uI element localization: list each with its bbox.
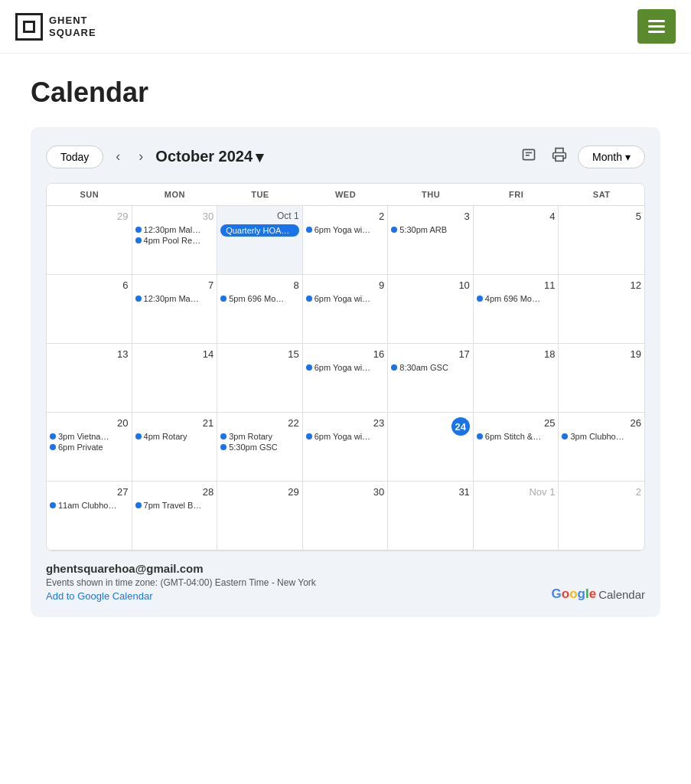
cal-cell-sun-6[interactable]: 6 xyxy=(47,275,132,344)
cal-cell-thu-3[interactable]: 3 5:30pm ARB xyxy=(388,206,474,275)
event-dot xyxy=(135,296,142,302)
cal-cell-sat-5[interactable]: 5 xyxy=(559,206,644,275)
calendar-container: Today ‹ › October 2024 ▾ xyxy=(31,127,660,617)
event-text: 6pm Yoga wi… xyxy=(315,294,370,303)
calendar-toolbar: Today ‹ › October 2024 ▾ xyxy=(46,142,645,171)
logo-icon xyxy=(15,13,43,41)
cal-cell-thu-31[interactable]: 31 xyxy=(388,482,474,550)
event-12-30pm-mal[interactable]: 12:30pm Mal… xyxy=(135,225,214,234)
cal-cell-fri-nov1[interactable]: Nov 1 xyxy=(474,482,559,550)
event-6pm-yoga-9[interactable]: 6pm Yoga wi… xyxy=(306,294,385,303)
date-label: Oct 1 xyxy=(220,211,299,221)
event-dot xyxy=(220,296,227,302)
day-header-fri: FRI xyxy=(474,184,559,206)
event-text: 3pm Rotary xyxy=(229,432,272,441)
event-5pm-696mo[interactable]: 5pm 696 Mo… xyxy=(220,294,299,303)
event-6pm-private[interactable]: 6pm Private xyxy=(50,443,129,452)
cal-cell-wed-30[interactable]: 30 xyxy=(303,482,389,550)
cal-cell-sat-19[interactable]: 19 xyxy=(559,344,644,413)
today-date: 24 xyxy=(451,417,470,436)
date-label: 29 xyxy=(50,211,129,222)
date-label: 12 xyxy=(562,279,641,291)
date-label: 29 xyxy=(220,486,299,498)
calendar-grid: SUN MON TUE WED THU FRI SAT 29 30 xyxy=(46,183,645,551)
cal-cell-wed-23[interactable]: 23 6pm Yoga wi… xyxy=(303,413,389,482)
cal-cell-thu-24[interactable]: 24 xyxy=(388,413,474,482)
event-3pm-clubho-26[interactable]: 3pm Clubho… xyxy=(562,432,641,441)
cal-cell-fri-18[interactable]: 18 xyxy=(474,344,559,413)
cal-cell-sat-26[interactable]: 26 3pm Clubho… xyxy=(559,413,644,482)
date-label: 6 xyxy=(50,279,129,291)
print-icon-button[interactable] xyxy=(547,142,572,171)
event-5-30pm-arb[interactable]: 5:30pm ARB xyxy=(391,225,470,234)
calendar-header-row: SUN MON TUE WED THU FRI SAT xyxy=(47,184,644,206)
cal-cell-sat-12[interactable]: 12 xyxy=(559,275,644,344)
event-text: 5:30pm GSC xyxy=(229,443,278,452)
day-header-thu: THU xyxy=(388,184,474,206)
event-3pm-rotary-22[interactable]: 3pm Rotary xyxy=(220,432,299,441)
cal-cell-fri-11[interactable]: 11 4pm 696 Mo… xyxy=(474,275,559,344)
footer-email: ghentsquarehoa@gmail.com xyxy=(46,562,316,575)
event-text: 8:30am GSC xyxy=(399,363,448,372)
date-label: 21 xyxy=(135,417,214,429)
event-6pm-yoga[interactable]: 6pm Yoga wi… xyxy=(306,225,385,234)
event-6pm-yoga-16[interactable]: 6pm Yoga wi… xyxy=(306,363,385,372)
event-list-icon-button[interactable] xyxy=(517,142,541,171)
view-selector-button[interactable]: Month ▾ xyxy=(578,145,645,168)
cal-cell-sun-13[interactable]: 13 xyxy=(47,344,132,413)
prev-button[interactable]: ‹ xyxy=(109,145,126,168)
month-year-label: October 2024 xyxy=(155,148,253,165)
menu-button[interactable] xyxy=(637,9,676,44)
cal-cell-tue-8[interactable]: 8 5pm 696 Mo… xyxy=(217,275,303,344)
cal-cell-sun-20[interactable]: 20 3pm Vietna… 6pm Private xyxy=(47,413,132,482)
cal-cell-sun-29[interactable]: 29 xyxy=(47,206,132,275)
cal-cell-wed-9[interactable]: 9 6pm Yoga wi… xyxy=(303,275,389,344)
cal-cell-wed-16[interactable]: 16 6pm Yoga wi… xyxy=(303,344,389,413)
event-dot xyxy=(391,364,397,371)
event-7pm-travel-28[interactable]: 7pm Travel B… xyxy=(135,501,214,510)
next-button[interactable]: › xyxy=(132,145,149,168)
cal-cell-tue-oct1[interactable]: Oct 1 Quarterly HOA… xyxy=(217,206,303,275)
event-6pm-stitch-25[interactable]: 6pm Stitch &… xyxy=(477,432,556,441)
cal-cell-mon-21[interactable]: 21 4pm Rotary xyxy=(132,413,218,482)
svg-rect-3 xyxy=(556,156,563,162)
event-4pm-pool[interactable]: 4pm Pool Re… xyxy=(135,236,214,245)
cal-cell-fri-4[interactable]: 4 xyxy=(474,206,559,275)
cal-cell-fri-25[interactable]: 25 6pm Stitch &… xyxy=(474,413,559,482)
view-dropdown-arrow: ▾ xyxy=(625,151,631,163)
cal-cell-wed-2[interactable]: 2 6pm Yoga wi… xyxy=(303,206,389,275)
event-text: 3pm Vietna… xyxy=(58,432,109,441)
date-label: 18 xyxy=(477,348,556,360)
cal-cell-tue-15[interactable]: 15 xyxy=(217,344,303,413)
cal-cell-thu-17[interactable]: 17 8:30am GSC xyxy=(388,344,474,413)
event-11am-clubho-27[interactable]: 11am Clubho… xyxy=(50,501,129,510)
logo-line2: SQUARE xyxy=(49,27,96,38)
cal-cell-sun-27[interactable]: 27 11am Clubho… xyxy=(47,482,132,550)
cal-cell-mon-28[interactable]: 28 7pm Travel B… xyxy=(132,482,218,550)
event-12-30pm-mon7[interactable]: 12:30pm Ma… xyxy=(135,294,214,303)
date-label: 4 xyxy=(477,211,556,222)
add-to-google-calendar-link[interactable]: Add to Google Calendar xyxy=(46,590,152,602)
cal-cell-mon-7[interactable]: 7 12:30pm Ma… xyxy=(132,275,218,344)
today-button[interactable]: Today xyxy=(46,145,103,168)
google-g-red2: e xyxy=(589,586,596,601)
event-5-30pm-gsc-22[interactable]: 5:30pm GSC xyxy=(220,443,299,452)
event-dot xyxy=(135,433,142,439)
event-quarterly-hoa[interactable]: Quarterly HOA… xyxy=(220,224,299,237)
event-text: 6pm Yoga wi… xyxy=(315,432,370,441)
month-year-dropdown[interactable]: ▾ xyxy=(256,148,263,166)
event-text: 3pm Clubho… xyxy=(570,432,624,441)
event-4pm-696mo-11[interactable]: 4pm 696 Mo… xyxy=(477,294,556,303)
event-8-30am-gsc-17[interactable]: 8:30am GSC xyxy=(391,363,470,372)
hamburger-line xyxy=(648,25,665,28)
cal-cell-thu-10[interactable]: 10 xyxy=(388,275,474,344)
day-header-wed: WED xyxy=(303,184,389,206)
cal-cell-tue-29[interactable]: 29 xyxy=(217,482,303,550)
cal-cell-tue-22[interactable]: 22 3pm Rotary 5:30pm GSC xyxy=(217,413,303,482)
cal-cell-mon-14[interactable]: 14 xyxy=(132,344,218,413)
cal-cell-mon-30[interactable]: 30 12:30pm Mal… 4pm Pool Re… xyxy=(132,206,218,275)
event-4pm-rotary-21[interactable]: 4pm Rotary xyxy=(135,432,214,441)
event-6pm-yoga-23[interactable]: 6pm Yoga wi… xyxy=(306,432,385,441)
cal-cell-sat-2[interactable]: 2 xyxy=(559,482,644,550)
event-3pm-vietnam[interactable]: 3pm Vietna… xyxy=(50,432,129,441)
